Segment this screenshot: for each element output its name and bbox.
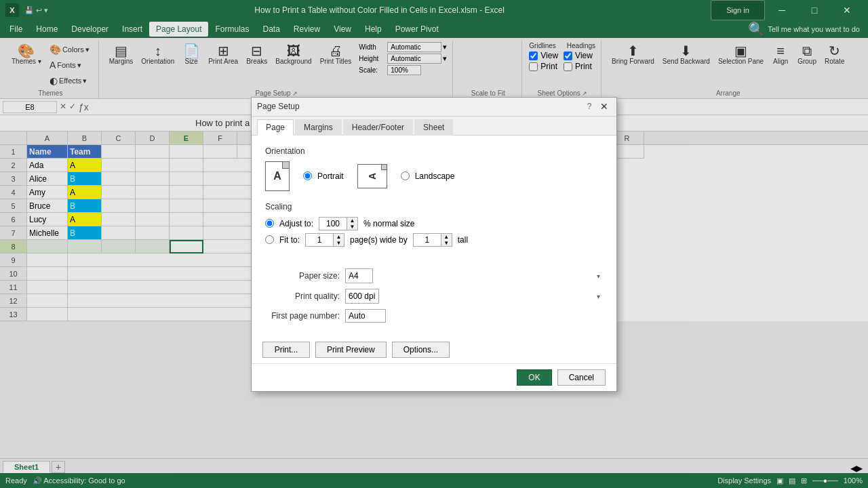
fit-to-radio[interactable] [265,235,274,244]
portrait-radio[interactable] [303,171,312,180]
first-page-number-row: First page number: [265,309,603,323]
fit-pages-down-btn[interactable]: ▼ [333,240,344,246]
print-quality-label: Print quality: [265,291,340,301]
print-quality-arrow: ▾ [597,292,600,300]
paper-size-wrapper: A4 Letter Legal ▾ [345,268,603,283]
cancel-button[interactable]: Cancel [557,369,606,386]
dialog-tab-header-footer[interactable]: Header/Footer [343,119,413,136]
adjust-down-btn[interactable]: ▼ [347,224,357,230]
adjust-value-field[interactable] [319,218,347,230]
dialog-body: Orientation A Portrait [252,136,616,339]
orientation-options: A Portrait A Lan [265,161,603,191]
portrait-icon: A [265,161,290,191]
dialog-tab-sheet[interactable]: Sheet [414,119,453,136]
fit-pages-up-btn[interactable]: ▲ [333,234,344,240]
dialog-title: Page Setup [257,102,300,111]
dialog-close-button[interactable]: ✕ [597,100,611,113]
print-quality-row: Print quality: 600 dpi 300 dpi 150 dpi ▾ [265,289,603,304]
first-page-number-input[interactable] [345,309,386,323]
fit-tall-up-btn[interactable]: ▲ [441,234,452,240]
landscape-radio[interactable] [401,171,410,180]
paper-size-label: Paper size: [265,271,340,281]
print-quality-wrapper: 600 dpi 300 dpi 150 dpi ▾ [345,289,603,304]
orientation-label: Orientation [265,146,603,156]
portrait-option[interactable]: A [265,161,290,191]
print-preview-button[interactable]: Print Preview [315,342,387,358]
print-quality-select[interactable]: 600 dpi 300 dpi 150 dpi [345,289,379,304]
dialog-tabs: Page Margins Header/Footer Sheet [252,117,616,136]
scaling-section: Scaling Adjust to: ▲ ▼ % normal size [265,202,603,247]
dialog-overlay: Page Setup ? ✕ Page Margins Header/Foote… [0,0,868,488]
orientation-section: Orientation A Portrait [265,146,603,191]
landscape-option[interactable]: A [357,164,387,188]
fit-tall-field[interactable] [414,234,441,246]
first-page-number-label: First page number: [265,311,340,321]
scaling-label: Scaling [265,202,603,211]
ok-button[interactable]: OK [517,369,551,386]
fit-pages-field[interactable] [306,234,333,246]
dialog-action-buttons: Print... Print Preview Options... [252,339,616,363]
paper-size-row: Paper size: A4 Letter Legal ▾ [265,268,603,283]
portrait-label[interactable]: Portrait [303,171,344,181]
adjust-up-btn[interactable]: ▲ [347,218,357,224]
normal-size-label: % normal size [363,219,414,228]
dialog-footer: OK Cancel [252,363,616,391]
fit-tall-down-btn[interactable]: ▼ [441,240,452,246]
landscape-label[interactable]: Landscape [401,171,455,181]
dialog-tab-margins[interactable]: Margins [295,119,342,136]
fit-to-row: Fit to: ▲ ▼ page(s) wide by ▲ ▼ [265,233,603,247]
fit-to-label: Fit to: [279,235,300,245]
dialog-help-button[interactable]: ? [583,100,596,113]
landscape-icon: A [357,164,387,188]
paper-size-arrow: ▾ [597,272,600,279]
adjust-to-row: Adjust to: ▲ ▼ % normal size [265,217,603,230]
fit-tall-input[interactable]: ▲ ▼ [413,233,452,247]
tall-label: tall [458,235,468,245]
print-button[interactable]: Print... [262,342,310,358]
dialog-controls: ? ✕ [583,100,611,113]
options-button[interactable]: Options... [392,342,450,358]
adjust-to-label: Adjust to: [279,219,313,228]
adjust-to-radio[interactable] [265,219,274,228]
pages-wide-label: page(s) wide by [350,235,408,245]
dialog-footer-right: OK Cancel [517,369,606,386]
adjust-value-input[interactable]: ▲ ▼ [319,217,358,230]
fit-pages-input[interactable]: ▲ ▼ [305,233,344,247]
dialog-title-bar: Page Setup ? ✕ [252,98,616,117]
dialog-tab-page[interactable]: Page [257,119,294,136]
paper-size-select[interactable]: A4 Letter Legal [345,268,373,283]
page-setup-dialog: Page Setup ? ✕ Page Margins Header/Foote… [251,97,617,392]
